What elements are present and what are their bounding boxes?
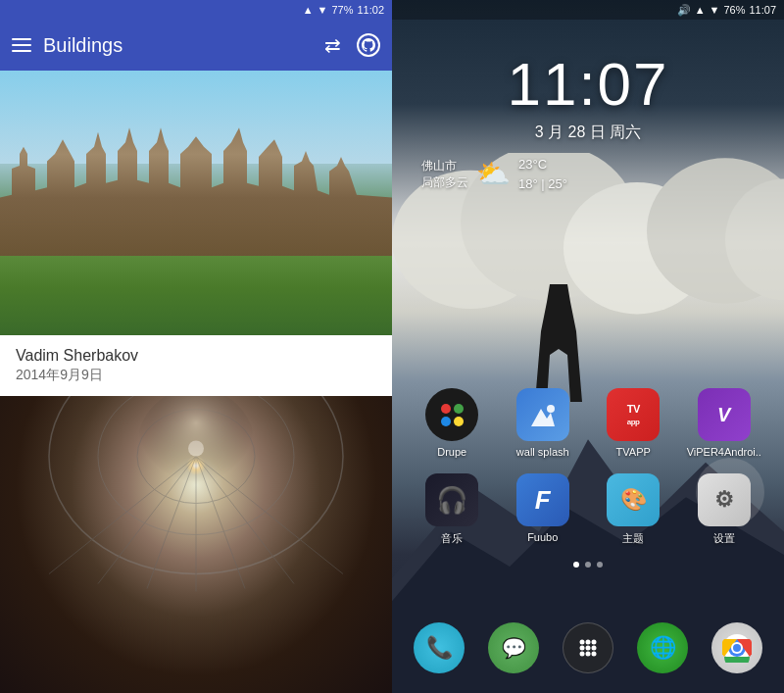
settings-label: 设置 [713,531,735,546]
page-dots [392,562,784,568]
settings-icon[interactable]: ⚙ [698,473,751,526]
weather-condition: 局部多云 [421,174,468,191]
svg-point-11 [188,441,204,457]
fuubo-label: Fuubo [527,531,558,543]
theme-label: 主题 [622,531,644,546]
wifi-icon: ▼ [318,4,328,16]
app-title: Buildings [43,34,313,57]
dot-2 [585,562,591,568]
dot-3 [597,562,603,568]
wifi-icon-right: ▼ [710,4,720,16]
home-date: 3 月 28 日 周六 [392,123,784,143]
app-settings[interactable]: ⚙ 设置 [685,473,763,546]
svg-point-25 [586,646,591,651]
wallsplash-icon[interactable] [516,388,569,441]
music-label: 音乐 [441,531,463,546]
weather-high: 25° [548,176,567,191]
app-bar-actions: ⇄ [324,33,380,57]
app-tvapp[interactable]: TVapp TVAPP [594,388,672,458]
photo-card-1[interactable] [0,71,392,335]
dome-image [0,396,392,693]
photo-card-2[interactable] [0,396,392,693]
svg-point-33 [733,644,741,652]
weather-widget: 佛山市 局部多云 ⛅ 23°C 18° | 25° [421,155,567,193]
apps-icon[interactable] [563,622,613,673]
svg-point-20 [547,405,555,413]
drupe-label: Drupe [437,446,466,458]
photo-info: Vadim Sherbakov 2014年9月9日 [0,335,392,396]
svg-point-24 [580,646,585,651]
weather-location: 佛山市 局部多云 [421,158,468,191]
app-wallsplash[interactable]: wall splash [504,388,582,458]
photo-author: Vadim Sherbakov [16,347,376,365]
status-bar-right: 🔊 ▲ ▼ 76% 11:07 [392,0,784,20]
signal-icon: ▲ [303,4,314,16]
message-icon[interactable]: 💬 [488,622,539,673]
tvapp-icon[interactable]: TVapp [607,388,660,441]
home-clock: 11:07 [392,49,784,119]
time-right: 11:07 [749,4,776,16]
browser-icon[interactable]: 🌐 [637,622,688,673]
battery-level-left: 77% [331,4,353,16]
svg-point-22 [586,640,591,645]
volume-icon-right: 🔊 [677,4,691,17]
music-icon[interactable]: 🎧 [425,473,478,526]
svg-point-28 [586,652,591,657]
viper-icon[interactable]: V [698,388,751,441]
app-viper[interactable]: V ViPER4Androi.. [685,388,763,458]
svg-point-21 [580,640,585,645]
dot-1 [573,562,579,568]
github-icon[interactable] [357,33,380,57]
svg-point-23 [592,640,597,645]
battery-level-right: 76% [723,4,745,16]
photo-date: 2014年9月9日 [16,367,376,384]
weather-temp-area: 23°C 18° | 25° [518,155,567,193]
chrome-icon[interactable] [711,622,762,673]
app-fuubo[interactable]: F Fuubo [504,473,582,546]
phone-icon[interactable]: 📞 [414,622,465,673]
app-row-1: Drupe wall splash TVapp TVAPP V ViPER4An… [392,388,784,458]
bottom-dock: 📞 💬 🌐 [392,622,784,673]
time-left: 11:02 [357,4,384,16]
app-music[interactable]: 🎧 音乐 [413,473,491,546]
app-theme[interactable]: 🎨 主题 [594,473,672,546]
drupe-icon[interactable] [425,388,478,441]
weather-range: 18° | 25° [518,174,567,194]
fuubo-icon[interactable]: F [516,473,569,526]
weather-low: 18° [518,176,538,191]
viper-label: ViPER4Androi.. [687,446,761,458]
status-bar-left: ▲ ▼ 77% 11:02 [0,0,392,20]
app-bar: Buildings ⇄ [0,20,392,71]
hamburger-icon[interactable] [12,38,31,52]
theme-icon[interactable]: 🎨 [607,473,660,526]
weather-temp: 23°C [518,155,567,174]
weather-icon: ⛅ [476,158,511,190]
right-panel: 🔊 ▲ ▼ 76% 11:07 11:07 3 月 28 日 周六 佛山市 局部… [392,0,784,693]
signal-icon-right: ▲ [695,4,706,16]
svg-point-26 [592,646,597,651]
svg-point-27 [580,652,585,657]
svg-point-29 [592,652,597,657]
app-drupe[interactable]: Drupe [413,388,491,458]
left-panel: ▲ ▼ 77% 11:02 Buildings ⇄ Vadim Sherbako… [0,0,392,693]
weather-city: 佛山市 [421,158,468,174]
app-row-2: 🎧 音乐 F Fuubo 🎨 主题 ⚙ 设置 [392,473,784,546]
shuffle-icon[interactable]: ⇄ [324,33,341,57]
building-image [0,71,392,335]
tvapp-label: TVAPP [616,446,651,458]
wallsplash-label: wall splash [516,446,569,458]
